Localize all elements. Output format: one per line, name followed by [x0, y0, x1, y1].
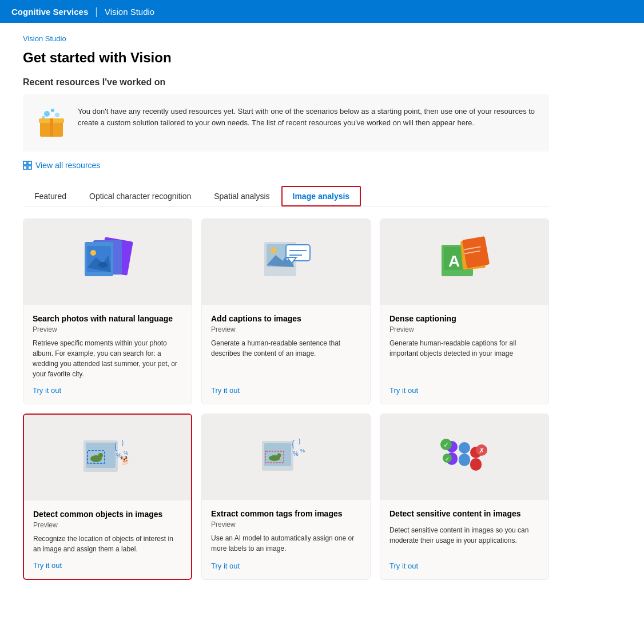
card-body-extract-tags: Extract common tags from images Preview …: [202, 500, 370, 579]
svg-point-17: [98, 262, 108, 268]
svg-point-3: [44, 111, 50, 117]
card-add-captions: Add captions to images Preview Generate …: [201, 218, 371, 404]
card-body-search-photos: Search photos with natural language Prev…: [23, 305, 192, 404]
card-desc-detect-sensitive: Detect sensitive content in images so yo…: [389, 525, 539, 555]
card-desc-extract-tags: Use an AI model to automatically assign …: [211, 533, 361, 555]
svg-text:✓: ✓: [445, 456, 450, 462]
svg-point-15: [90, 250, 96, 256]
svg-point-6: [42, 116, 45, 119]
svg-text:%: %: [300, 448, 305, 454]
card-badge-detect-objects: Preview: [33, 521, 182, 529]
tab-image-analysis[interactable]: Image analysis: [281, 186, 361, 206]
svg-text:🐕: 🐕: [120, 456, 130, 466]
recent-resources-box: You don't have any recently used resourc…: [23, 94, 549, 152]
card-detect-objects: { } % % 🐕 Detect common objects in image…: [23, 414, 192, 580]
card-title-dense-captioning: Dense captioning: [389, 314, 539, 323]
svg-point-4: [51, 109, 54, 112]
card-image-dense-captioning: A: [380, 219, 548, 305]
card-body-detect-objects: Detect common objects in images Preview …: [24, 500, 191, 579]
page-title: Get started with Vision: [23, 50, 549, 66]
card-title-extract-tags: Extract common tags from images: [211, 509, 361, 518]
svg-rect-2: [50, 118, 53, 137]
svg-text:✗: ✗: [479, 447, 484, 455]
card-image-detect-objects: { } % % 🐕: [24, 415, 191, 500]
svg-point-20: [271, 248, 276, 253]
card-desc-dense-captioning: Generate human-readable captions for all…: [389, 338, 539, 379]
card-body-detect-sensitive: Detect sensitive content in images Detec…: [380, 500, 548, 579]
svg-rect-57: [459, 454, 470, 466]
tab-ocr[interactable]: Optical character recognition: [78, 186, 202, 206]
svg-text:%: %: [124, 450, 128, 456]
svg-text:A: A: [448, 252, 460, 270]
empty-state-icon: [34, 106, 69, 140]
recent-section-title: Recent resources I've worked on: [23, 77, 549, 88]
card-link-add-captions[interactable]: Try it out: [211, 386, 361, 395]
svg-point-5: [55, 113, 59, 117]
card-body-add-captions: Add captions to images Preview Generate …: [202, 305, 370, 404]
view-all-label: View all resources: [35, 161, 100, 170]
card-badge-dense-captioning: Preview: [389, 325, 539, 333]
svg-point-56: [459, 442, 470, 454]
card-badge-extract-tags: Preview: [211, 520, 361, 528]
card-extract-tags: { } % % Extract common tags from images …: [201, 414, 371, 580]
breadcrumb[interactable]: Vision Studio: [23, 34, 549, 43]
card-desc-add-captions: Generate a human-readable sentence that …: [211, 338, 361, 379]
card-badge-search-photos: Preview: [33, 325, 182, 333]
card-detect-sensitive: ✓ ✗ ✓ Detect sensitive content in images: [380, 414, 549, 580]
card-search-photos: Search photos with natural language Prev…: [23, 218, 192, 404]
svg-rect-59: [470, 458, 482, 471]
recent-resources-text: You don't have any recently used resourc…: [78, 106, 538, 128]
tabs-container: Featured Optical character recognition S…: [23, 186, 549, 207]
svg-point-47: [277, 454, 281, 458]
card-title-search-photos: Search photos with natural language: [33, 314, 182, 323]
grid-icon: [23, 161, 32, 170]
card-link-extract-tags[interactable]: Try it out: [211, 562, 361, 570]
topbar-separator: |: [95, 6, 98, 18]
card-title-detect-sensitive: Detect sensitive content in images: [389, 509, 539, 518]
main-content: Vision Studio Get started with Vision Re…: [0, 23, 572, 591]
brand-title: Cognitive Services: [11, 7, 88, 17]
tab-featured[interactable]: Featured: [23, 186, 78, 206]
card-link-detect-sensitive[interactable]: Try it out: [389, 562, 539, 570]
card-image-search-photos: [23, 219, 192, 305]
product-title: Vision Studio: [105, 7, 154, 17]
card-title-add-captions: Add captions to images: [211, 314, 361, 323]
svg-text:{: {: [114, 442, 117, 451]
card-title-detect-objects: Detect common objects in images: [33, 510, 182, 519]
card-image-detect-sensitive: ✓ ✗ ✓: [380, 414, 548, 500]
svg-rect-7: [23, 161, 27, 165]
card-link-search-photos[interactable]: Try it out: [33, 386, 182, 395]
svg-text:}: }: [122, 440, 124, 446]
svg-rect-10: [28, 166, 31, 169]
topbar: Cognitive Services | Vision Studio: [0, 0, 644, 23]
card-badge-add-captions: Preview: [211, 325, 361, 333]
svg-text:}: }: [299, 438, 301, 444]
card-body-dense-captioning: Dense captioning Preview Generate human-…: [380, 305, 548, 404]
svg-point-37: [98, 453, 103, 458]
svg-rect-9: [23, 166, 27, 169]
svg-text:{: {: [292, 439, 295, 448]
card-desc-detect-objects: Recognize the location of objects of int…: [33, 534, 182, 554]
card-image-extract-tags: { } % %: [202, 414, 370, 500]
svg-text:%: %: [293, 450, 299, 457]
card-link-dense-captioning[interactable]: Try it out: [389, 386, 539, 395]
card-dense-captioning: A Dense captioning Preview Generate huma…: [380, 218, 549, 404]
view-all-resources[interactable]: View all resources: [23, 161, 549, 170]
card-image-add-captions: [202, 219, 370, 305]
card-desc-search-photos: Retrieve specific moments within your ph…: [33, 338, 182, 379]
cards-grid: Search photos with natural language Prev…: [23, 218, 549, 580]
svg-text:✓: ✓: [443, 441, 449, 449]
tab-spatial[interactable]: Spatial analysis: [202, 186, 281, 206]
card-link-detect-objects[interactable]: Try it out: [33, 561, 182, 570]
svg-rect-8: [28, 161, 31, 165]
